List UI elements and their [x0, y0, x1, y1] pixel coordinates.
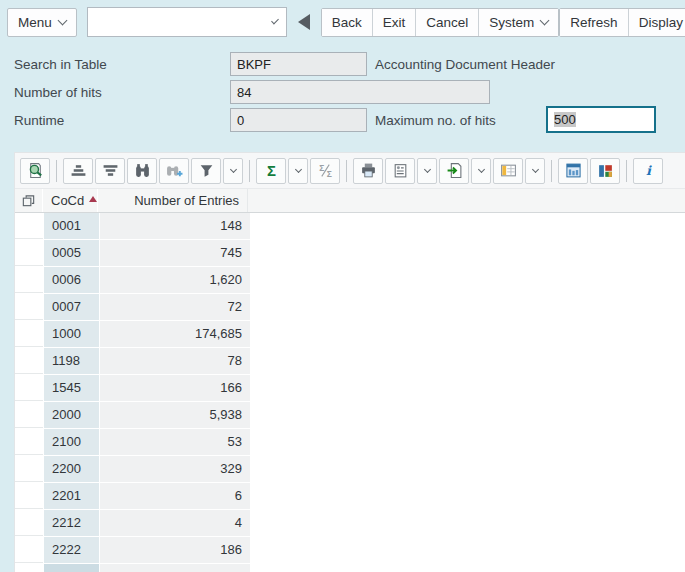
- table-row[interactable]: 0005745: [15, 240, 685, 266]
- select-all-button[interactable]: [15, 189, 43, 212]
- table-row[interactable]: 00061,620: [15, 267, 685, 293]
- command-field[interactable]: [97, 15, 273, 30]
- entries-cell[interactable]: 329: [100, 456, 250, 482]
- table-row[interactable]: 22124: [15, 510, 685, 536]
- runtime-field[interactable]: 0: [230, 108, 367, 132]
- export-dropdown-button[interactable]: [471, 158, 491, 184]
- filter-dropdown-button[interactable]: [223, 158, 243, 184]
- cocd-cell[interactable]: 2000: [44, 402, 99, 428]
- table-row[interactable]: 20005,938: [15, 402, 685, 428]
- cocd-cell[interactable]: 0005: [44, 240, 99, 266]
- cocd-cell[interactable]: 1545: [44, 375, 99, 401]
- row-select-cell[interactable]: [15, 213, 43, 239]
- info-icon: i: [640, 162, 657, 179]
- sort-ascending-button[interactable]: [63, 158, 93, 184]
- views-dropdown-button[interactable]: [417, 158, 437, 184]
- row-select-cell[interactable]: [15, 483, 43, 509]
- row-select-cell[interactable]: [15, 321, 43, 347]
- entries-cell[interactable]: 4: [100, 510, 250, 536]
- row-select-cell[interactable]: [15, 240, 43, 266]
- back-button[interactable]: Back: [322, 9, 372, 36]
- filter-button[interactable]: [191, 158, 221, 184]
- max-hits-input[interactable]: 500: [546, 106, 656, 133]
- cancel-button[interactable]: Cancel: [415, 9, 478, 36]
- row-select-cell[interactable]: [15, 456, 43, 482]
- cocd-cell[interactable]: 2200: [44, 456, 99, 482]
- entries-cell[interactable]: 6: [100, 483, 250, 509]
- chart-button[interactable]: [590, 158, 620, 184]
- table-row[interactable]: 1000174,685: [15, 321, 685, 347]
- layout-button[interactable]: [493, 158, 523, 184]
- table-row[interactable]: 2200329: [15, 456, 685, 482]
- cocd-cell[interactable]: 0007: [44, 294, 99, 320]
- number-of-hits-field[interactable]: 84: [230, 80, 490, 104]
- table-row[interactable]: 000772: [15, 294, 685, 320]
- cocd-cell[interactable]: 2100: [44, 429, 99, 455]
- menu-button[interactable]: Menu: [7, 8, 77, 37]
- entries-cell[interactable]: 148: [100, 213, 250, 239]
- info-button[interactable]: i: [633, 158, 663, 184]
- entries-cell[interactable]: 186: [100, 537, 250, 563]
- row-select-cell[interactable]: [15, 402, 43, 428]
- sort-descending-button[interactable]: [95, 158, 125, 184]
- cocd-cell[interactable]: 2212: [44, 510, 99, 536]
- table-row[interactable]: 210053: [15, 429, 685, 455]
- row-select-cell[interactable]: [15, 348, 43, 374]
- cocd-cell[interactable]: 1198: [44, 348, 99, 374]
- table-row[interactable]: 0001148: [15, 213, 685, 239]
- column-header-entries[interactable]: Number of Entries: [98, 189, 248, 212]
- cocd-cell[interactable]: 0001: [44, 213, 99, 239]
- display-selection-button[interactable]: Display Selection: [628, 9, 685, 36]
- cocd-cell[interactable]: 2201: [44, 483, 99, 509]
- row-select-cell[interactable]: [15, 375, 43, 401]
- find-next-button[interactable]: [159, 158, 189, 184]
- row-select-cell[interactable]: [15, 429, 43, 455]
- find-button[interactable]: [127, 158, 157, 184]
- entries-cell[interactable]: 5,938: [100, 402, 250, 428]
- command-combobox[interactable]: [87, 7, 287, 37]
- table-row[interactable]: 2222186: [15, 537, 685, 563]
- layout-dropdown-button[interactable]: [525, 158, 545, 184]
- details-button[interactable]: [20, 158, 50, 184]
- entries-cell[interactable]: 78: [100, 348, 250, 374]
- refresh-button[interactable]: Refresh: [560, 9, 627, 36]
- cocd-cell[interactable]: 0006: [44, 267, 99, 293]
- table-row-partial[interactable]: [15, 564, 685, 572]
- sum-dropdown-button[interactable]: [288, 158, 308, 184]
- entries-cell[interactable]: 72: [100, 294, 250, 320]
- chart-icon: [597, 162, 614, 179]
- table-row[interactable]: 1545166: [15, 375, 685, 401]
- column-header-cocd[interactable]: CoCd: [43, 189, 98, 212]
- subtotals-button[interactable]: ΣΣ: [310, 158, 340, 184]
- system-menu-button[interactable]: System: [478, 9, 558, 36]
- views-button[interactable]: [385, 158, 415, 184]
- graphic-icon: [565, 162, 582, 179]
- collapse-left-icon[interactable]: [298, 14, 310, 30]
- entries-cell[interactable]: 53: [100, 429, 250, 455]
- print-button[interactable]: [353, 158, 383, 184]
- cocd-header-label: CoCd: [51, 193, 84, 208]
- cocd-cell[interactable]: 2222: [44, 537, 99, 563]
- entries-cell[interactable]: 745: [100, 240, 250, 266]
- sum-button[interactable]: Σ: [256, 158, 286, 184]
- row-select-cell[interactable]: [15, 267, 43, 293]
- runtime-value: 0: [237, 113, 244, 128]
- entries-cell[interactable]: 166: [100, 375, 250, 401]
- cocd-cell[interactable]: 1000: [44, 321, 99, 347]
- row-select-cell[interactable]: [15, 294, 43, 320]
- table-row[interactable]: 22016: [15, 483, 685, 509]
- row-select-cell[interactable]: [15, 510, 43, 536]
- cocd-cell[interactable]: [44, 564, 99, 572]
- export-button[interactable]: [439, 158, 469, 184]
- entries-cell[interactable]: 1,620: [100, 267, 250, 293]
- entries-cell[interactable]: [100, 564, 250, 572]
- graphic-button[interactable]: [558, 158, 588, 184]
- entries-cell[interactable]: 174,685: [100, 321, 250, 347]
- row-select-cell[interactable]: [15, 537, 43, 563]
- table-row[interactable]: 119878: [15, 348, 685, 374]
- row-select-cell[interactable]: [15, 564, 43, 572]
- exit-button[interactable]: Exit: [372, 9, 416, 36]
- find-icon: [134, 162, 151, 179]
- subtotals-icon: ΣΣ: [317, 162, 334, 179]
- search-table-field[interactable]: BKPF: [230, 52, 367, 76]
